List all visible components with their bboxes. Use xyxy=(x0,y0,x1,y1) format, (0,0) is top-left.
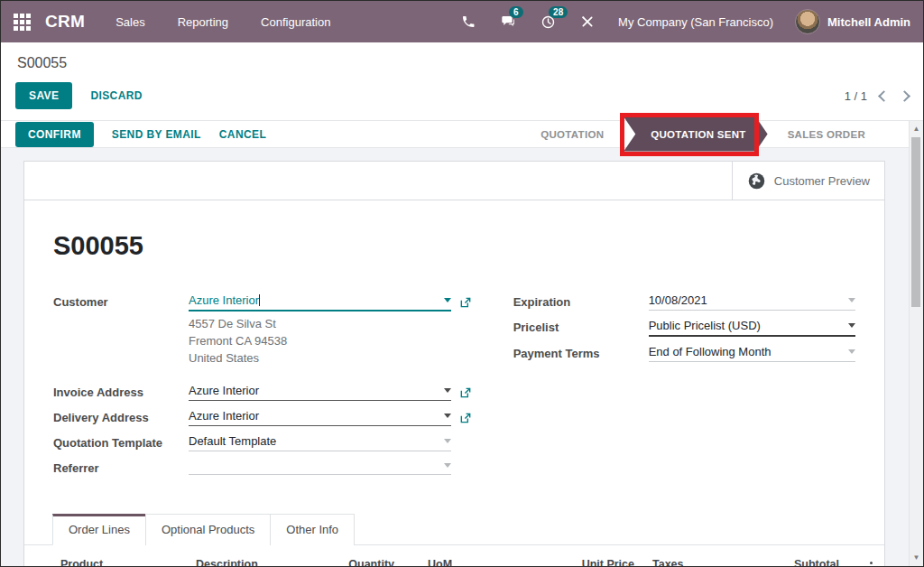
menu-reporting[interactable]: Reporting xyxy=(178,15,228,29)
breadcrumb[interactable]: S00055 xyxy=(15,50,909,82)
scroll-up-icon[interactable]: ▲ xyxy=(910,123,923,135)
customer-preview-label: Customer Preview xyxy=(774,174,870,188)
referrer-input[interactable] xyxy=(189,460,451,475)
text-cursor xyxy=(259,294,260,306)
col-description: Description xyxy=(196,558,331,567)
customer-external-link-icon[interactable] xyxy=(459,296,472,309)
send-by-email-button[interactable]: SEND BY EMAIL xyxy=(112,128,201,141)
stage-quotation-sent-active[interactable]: QUOTATION SENT xyxy=(624,117,767,152)
customer-input[interactable]: Azure Interior xyxy=(189,293,451,311)
cancel-button[interactable]: CANCEL xyxy=(219,128,266,141)
pricelist-input[interactable]: Public Pricelist (USD) xyxy=(649,319,855,337)
payment-terms-label: Payment Terms xyxy=(513,345,649,360)
notebook-tabs: Order Lines Optional Products Other Info xyxy=(24,514,884,545)
status-stages: QUOTATION QUOTATION SENT SALES ORDER xyxy=(522,117,883,152)
customer-preview-button[interactable]: Customer Preview xyxy=(732,162,884,200)
pricelist-dropdown-icon[interactable] xyxy=(848,323,855,328)
invoice-address-dropdown-icon[interactable] xyxy=(444,388,451,393)
col-uom: UoM xyxy=(394,558,566,567)
col-subtotal: Subtotal xyxy=(788,558,839,567)
notebook: Order Lines Optional Products Other Info… xyxy=(24,514,884,567)
app-title[interactable]: CRM xyxy=(45,12,85,32)
pager-next-icon[interactable] xyxy=(899,90,910,102)
messages-icon[interactable]: 6 xyxy=(499,13,517,31)
stage-quotation[interactable]: QUOTATION xyxy=(522,129,622,140)
save-button[interactable]: SAVE xyxy=(15,82,72,109)
sheet-button-box: Customer Preview xyxy=(24,162,884,200)
pricelist-label: Pricelist xyxy=(513,319,649,334)
referrer-label: Referrer xyxy=(53,460,189,475)
user-avatar xyxy=(795,9,820,34)
expiration-input[interactable]: 10/08/2021 xyxy=(649,293,855,311)
delivery-address-label: Delivery Address xyxy=(53,409,189,424)
active-stage-wrapper: QUOTATION SENT xyxy=(624,117,767,152)
form-sheet: Customer Preview S00055 Customer Azure I… xyxy=(23,161,885,567)
activities-badge: 28 xyxy=(549,6,568,18)
customer-dropdown-icon[interactable] xyxy=(444,298,451,302)
scroll-down-icon[interactable]: ▼ xyxy=(910,552,923,564)
order-title: S00055 xyxy=(53,231,855,261)
delivery-address-input[interactable]: Azure Interior xyxy=(189,409,451,426)
record-pager: 1 / 1 xyxy=(845,89,909,103)
control-panel: S00055 SAVE DISCARD 1 / 1 xyxy=(1,42,923,120)
vertical-scrollbar[interactable]: ▲ ▼ xyxy=(909,121,923,566)
stage-sales-order[interactable]: SALES ORDER xyxy=(770,129,883,140)
user-name: Mitchell Admin xyxy=(827,15,910,29)
globe-icon xyxy=(747,172,766,191)
phone-icon[interactable] xyxy=(459,13,477,31)
payment-terms-input[interactable]: End of Following Month xyxy=(649,345,855,362)
activities-icon[interactable]: 28 xyxy=(539,13,557,31)
messages-badge: 6 xyxy=(509,6,523,18)
expiration-label: Expiration xyxy=(513,293,649,309)
quotation-template-input[interactable]: Default Template xyxy=(189,434,451,451)
customer-address: 4557 De Silva St Fremont CA 94538 United… xyxy=(189,315,472,367)
expiration-dropdown-icon[interactable] xyxy=(848,298,855,302)
tab-other-info[interactable]: Other Info xyxy=(270,514,355,545)
col-unit-price: Unit Price xyxy=(566,558,634,567)
top-navbar: CRM Sales Reporting Configuration 6 28 M… xyxy=(1,1,923,42)
pager-previous-icon[interactable] xyxy=(878,90,890,102)
systray: 6 28 My Company (San Francisco) Mitchell… xyxy=(459,9,910,34)
quotation-template-dropdown-icon[interactable] xyxy=(444,439,451,443)
order-lines-header-row: Product Description Quantity UoM Unit Pr… xyxy=(24,545,884,567)
menu-sales[interactable]: Sales xyxy=(116,15,145,29)
debug-tools-icon[interactable] xyxy=(578,13,596,31)
delivery-address-dropdown-icon[interactable] xyxy=(444,414,451,418)
pager-value: 1 / 1 xyxy=(845,89,867,103)
form-view-content: Customer Preview S00055 Customer Azure I… xyxy=(1,148,923,567)
tab-optional-products[interactable]: Optional Products xyxy=(145,514,271,545)
delivery-address-external-link-icon[interactable] xyxy=(459,412,472,424)
invoice-address-label: Invoice Address xyxy=(53,384,189,399)
col-taxes: Taxes xyxy=(634,558,788,567)
menu-configuration[interactable]: Configuration xyxy=(261,15,330,29)
customer-label: Customer xyxy=(53,293,189,309)
invoice-address-input[interactable]: Azure Interior xyxy=(189,384,451,401)
optional-columns-icon[interactable] xyxy=(867,562,875,567)
user-menu[interactable]: Mitchell Admin xyxy=(795,9,910,34)
company-switcher[interactable]: My Company (San Francisco) xyxy=(618,15,773,29)
col-product: Product xyxy=(60,558,196,567)
confirm-button[interactable]: CONFIRM xyxy=(15,122,94,147)
invoice-address-external-link-icon[interactable] xyxy=(459,386,472,399)
quotation-template-label: Quotation Template xyxy=(53,434,189,450)
payment-terms-dropdown-icon[interactable] xyxy=(848,349,855,354)
statusbar: CONFIRM SEND BY EMAIL CANCEL QUOTATION Q… xyxy=(1,120,923,148)
col-quantity: Quantity xyxy=(331,558,394,567)
tab-order-lines[interactable]: Order Lines xyxy=(52,514,146,545)
apps-menu-icon[interactable] xyxy=(14,14,31,31)
discard-button[interactable]: DISCARD xyxy=(90,89,142,102)
scrollbar-thumb[interactable] xyxy=(911,137,920,307)
referrer-dropdown-icon[interactable] xyxy=(444,463,451,468)
